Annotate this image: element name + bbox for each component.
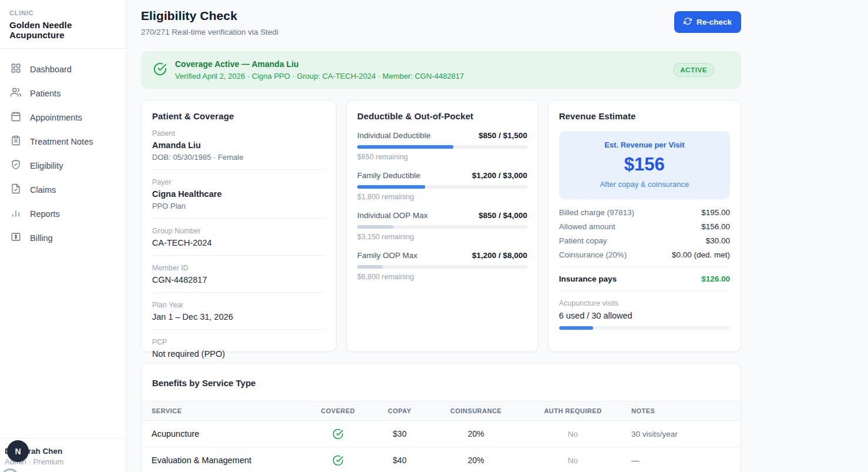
document-check-icon [11,183,21,196]
avatar-initial: N [15,447,21,456]
sidebar-item-patients[interactable]: Patients [0,81,126,105]
shield-check-icon [11,159,21,172]
progress-track [357,265,527,269]
deductible-card: Deductible & Out-of-Pocket Individual De… [346,100,538,352]
user-footer[interactable]: Dr. Norah Chen Admin · Premium N [0,438,126,472]
patient-coverage-card: Patient & Coverage Patient Amanda Liu DO… [141,100,337,352]
clinic-name: Golden Needle Acupuncture [9,20,117,40]
insurance-pays-row: Insurance pays $126.00 [559,275,730,283]
field-pcp: PCP Not required (PPO) [152,338,325,359]
card-title: Deductible & Out-of-Pocket [357,111,527,121]
table-row: Acupuncture $30 20% No 30 visits/year [142,421,741,447]
meter-individual-oop: Individual OOP Max $850 / $4,000 $3,150 … [357,211,527,241]
clipboard-icon [11,135,21,148]
sidebar-item-label: Billing [30,233,53,243]
sidebar-item-billing[interactable]: Billing [0,226,126,250]
sidebar-item-label: Reports [30,209,60,219]
patients-icon [11,87,21,99]
progress-fill [357,225,393,229]
card-title: Patient & Coverage [152,111,325,121]
progress-track [559,326,730,330]
progress-fill [559,326,593,330]
recheck-button[interactable]: Re-check [674,11,741,33]
table-title: Benefits by Service Type [142,363,741,401]
covered-check-icon [307,428,369,439]
sidebar-item-eligibility[interactable]: Eligibility [0,153,126,178]
calendar-icon [11,111,21,123]
sidebar-item-appointments[interactable]: Appointments [0,105,126,129]
banner-details: Verified April 2, 2026 · Cigna PPO · Gro… [175,72,464,81]
divider [152,329,325,330]
page-title: Eligibility Check [141,9,278,23]
sidebar-item-label: Appointments [30,113,82,122]
sidebar-item-label: Eligibility [30,161,63,170]
avatar[interactable]: N [7,440,29,462]
clinic-header: CLINIC Golden Needle Acupuncture [0,0,126,49]
coverage-banner: Coverage Active — Amanda Liu Verified Ap… [141,51,741,89]
divider [152,255,325,256]
divider [152,292,325,293]
progress-fill [357,265,382,269]
divider [559,267,730,267]
benefits-table-card: Benefits by Service Type SERVICE COVERED… [141,363,741,472]
sidebar-item-treatment-notes[interactable]: Treatment Notes [0,129,126,153]
progress-fill [357,145,453,149]
card-title: Revenue Estimate [559,111,730,121]
progress-track [357,185,527,189]
revenue-card: Revenue Estimate Est. Revenue per Visit … [548,100,741,352]
clinic-label: CLINIC [9,9,117,16]
bar-chart-icon [11,207,21,220]
divider [152,169,325,170]
field-plan-year: Plan Year Jan 1 – Dec 31, 2026 [152,301,325,322]
divider [152,218,325,219]
dashboard-icon [11,63,21,75]
sidebar-item-label: Dashboard [30,65,72,74]
covered-check-icon [307,454,369,466]
visits-section: Acupuncture visits 6 used / 30 allowed [559,299,730,330]
revenue-highlight: Est. Revenue per Visit $156 After copay … [559,131,730,199]
revenue-row-billed: Billed charge (97813) $195.00 [559,208,730,217]
progress-fill [357,185,425,189]
progress-track [357,145,527,149]
sidebar-item-label: Treatment Notes [30,137,93,146]
page-header: Eligibility Check 270/271 Real-time veri… [141,9,741,36]
sidebar-item-dashboard[interactable]: Dashboard [0,57,126,81]
table-row: Evaluation & Management $40 20% No — [142,447,741,472]
sidebar-item-reports[interactable]: Reports [0,202,126,226]
main-content: Eligibility Check 270/271 Real-time veri… [127,0,868,472]
revenue-row-copay: Patient copay $30.00 [559,236,730,245]
revenue-amount: $156 [565,154,724,175]
sidebar-item-label: Claims [30,185,56,195]
refresh-icon [684,17,692,27]
meter-family-deductible: Family Deductible $1,200 / $3,000 $1,800… [357,171,527,201]
field-payer: Payer Cigna Healthcare PPO Plan [152,178,325,210]
clipped-avatar-arc [1,468,19,472]
revenue-row-allowed: Allowed amount $156.00 [559,222,730,231]
meter-individual-deductible: Individual Deductible $850 / $1,500 $650… [357,131,527,161]
sidebar-item-label: Patients [30,89,60,98]
field-group-number: Group Number CA-TECH-2024 [152,227,325,247]
billing-icon [11,232,21,244]
sidebar-item-claims[interactable]: Claims [0,178,126,202]
banner-title: Coverage Active — Amanda Liu [175,59,464,69]
recheck-label: Re-check [697,18,732,26]
revenue-row-coinsurance: Coinsurance (20%) $0.00 (ded. met) [559,250,730,259]
sidebar-nav: Dashboard Patients Appointments Treatmen… [0,49,126,250]
sidebar: CLINIC Golden Needle Acupuncture Dashboa… [0,0,127,472]
field-patient: Patient Amanda Liu DOB: 05/30/1985 · Fem… [152,129,325,162]
divider [559,291,730,292]
meter-family-oop: Family OOP Max $1,200 / $8,000 $6,800 re… [357,251,527,281]
field-member-id: Member ID CGN-4482817 [152,264,325,284]
status-badge: ACTIVE [673,63,714,77]
check-circle-icon [150,62,167,78]
page-subtitle: 270/271 Real-time verification via Stedi [141,28,278,36]
table-header: SERVICE COVERED COPAY COINSURANCE AUTH R… [142,401,741,421]
progress-track [357,225,527,229]
